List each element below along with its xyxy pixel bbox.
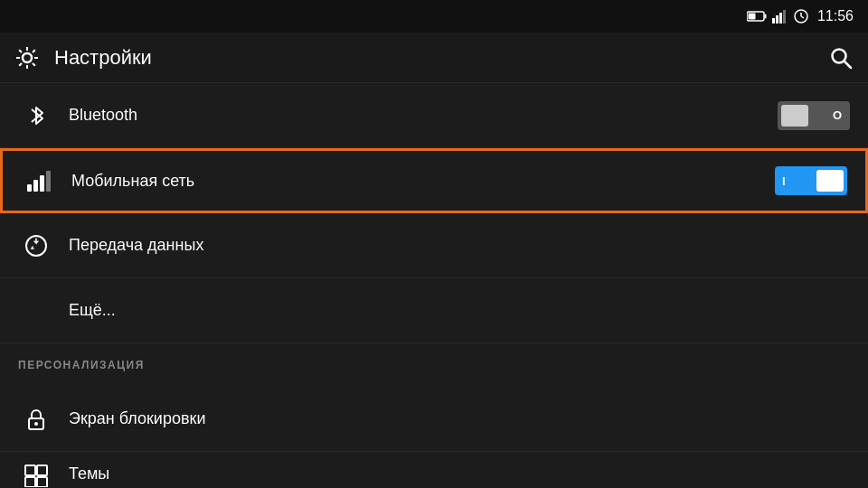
svg-rect-23 bbox=[37, 477, 47, 487]
top-bar: Настройки bbox=[0, 33, 868, 83]
page-title: Настройки bbox=[54, 46, 814, 70]
lock-icon bbox=[24, 407, 49, 432]
svg-rect-5 bbox=[779, 13, 782, 23]
toggle-on-label: I bbox=[782, 174, 787, 188]
personalization-label: ПЕРСОНАЛИЗАЦИЯ bbox=[18, 359, 145, 371]
search-icon bbox=[829, 46, 853, 70]
data-transfer-item[interactable]: Передача данных bbox=[0, 213, 868, 278]
bluetooth-toggle[interactable]: O bbox=[778, 101, 850, 130]
themes-icon bbox=[24, 462, 49, 487]
svg-rect-2 bbox=[748, 14, 755, 20]
data-transfer-label: Передача данных bbox=[69, 236, 850, 255]
bluetooth-label: Bluetooth bbox=[69, 106, 778, 125]
svg-rect-13 bbox=[27, 184, 32, 192]
status-icons: 11:56 bbox=[747, 8, 854, 24]
mobile-network-label: Мобильная сеть bbox=[71, 172, 775, 191]
more-item[interactable]: Ещё... bbox=[0, 278, 868, 343]
status-time: 11:56 bbox=[817, 8, 854, 24]
data-icon bbox=[794, 9, 808, 23]
svg-rect-14 bbox=[33, 180, 38, 192]
themes-label: Темы bbox=[69, 465, 850, 483]
settings-list: Bluetooth O Мобильная сеть I bbox=[0, 83, 868, 488]
bluetooth-icon-wrapper bbox=[18, 98, 54, 134]
data-transfer-icon bbox=[24, 233, 49, 258]
gear-icon bbox=[14, 45, 40, 70]
lock-screen-item[interactable]: Экран блокировки bbox=[0, 387, 868, 452]
svg-rect-6 bbox=[783, 10, 786, 23]
svg-rect-4 bbox=[776, 15, 778, 23]
svg-rect-15 bbox=[40, 175, 44, 192]
svg-rect-21 bbox=[37, 465, 47, 475]
status-bar: 11:56 bbox=[0, 0, 868, 33]
toggle-knob-on bbox=[816, 170, 844, 192]
svg-rect-1 bbox=[764, 14, 766, 19]
signal-icon bbox=[772, 9, 788, 23]
svg-rect-22 bbox=[25, 477, 35, 487]
mobile-signal-icon bbox=[26, 168, 52, 193]
more-label: Ещё... bbox=[18, 301, 850, 320]
toggle-knob bbox=[781, 105, 808, 127]
lock-screen-icon-wrapper bbox=[18, 401, 54, 437]
bluetooth-item[interactable]: Bluetooth O bbox=[0, 83, 868, 148]
svg-line-9 bbox=[801, 16, 804, 18]
search-button[interactable] bbox=[828, 45, 854, 70]
bluetooth-icon bbox=[24, 103, 49, 128]
mobile-network-item[interactable]: Мобильная сеть I bbox=[0, 148, 868, 213]
svg-rect-16 bbox=[46, 171, 51, 192]
svg-point-10 bbox=[23, 53, 32, 62]
themes-icon-wrapper bbox=[18, 456, 54, 489]
svg-point-19 bbox=[34, 422, 38, 426]
mobile-network-icon-wrapper bbox=[21, 163, 57, 199]
toggle-off-label: O bbox=[833, 108, 843, 122]
battery-icon bbox=[747, 10, 767, 23]
svg-rect-20 bbox=[25, 465, 35, 475]
mobile-network-toggle[interactable]: I bbox=[775, 166, 847, 195]
svg-line-12 bbox=[844, 61, 852, 68]
personalization-section-header: ПЕРСОНАЛИЗАЦИЯ bbox=[0, 343, 868, 387]
themes-item[interactable]: Темы bbox=[0, 452, 868, 488]
svg-rect-3 bbox=[772, 18, 775, 23]
data-transfer-icon-wrapper bbox=[18, 228, 54, 264]
lock-screen-label: Экран блокировки bbox=[69, 409, 850, 428]
